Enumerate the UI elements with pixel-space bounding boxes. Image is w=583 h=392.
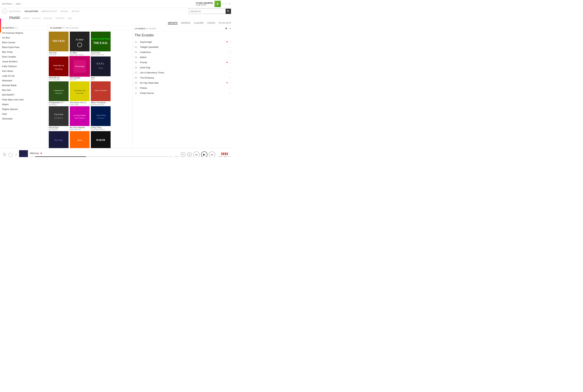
song-row[interactable]: 08 The Embassy ▭ <box>135 75 231 80</box>
tab-songs[interactable]: SONGS <box>207 22 215 24</box>
volume-icon[interactable]: ▮▮▮▮ <box>221 152 228 156</box>
album-item[interactable]: THE FRAY The Fray The Fray <box>49 32 69 56</box>
restore-button[interactable]: □ <box>225 3 228 5</box>
album-item[interactable]: Fist of God MSTRKRFT Fist of God MSTRKRF… <box>49 106 69 130</box>
tab-artists[interactable]: ARTISTS <box>168 22 178 24</box>
media-music[interactable]: music <box>9 15 20 20</box>
artist-item[interactable]: Kelly Clarkson <box>0 64 48 69</box>
song-row[interactable]: 05 Priority ♥ ▭ <box>135 60 231 65</box>
album-item[interactable]: RAKIM Rakim Rakim <box>91 131 111 148</box>
artist-item[interactable]: Beto Cuevas <box>0 40 48 45</box>
artist-item[interactable]: Keri Hilson <box>0 69 48 74</box>
album-item[interactable]: Bloc Party Bloc Party Bloc Party <box>49 131 69 148</box>
song-phone-icon[interactable]: ▭ <box>229 56 231 58</box>
prev-button[interactable]: ⏮ <box>193 152 200 157</box>
nav-device[interactable]: DEVICE <box>72 10 80 12</box>
song-phone-icon[interactable]: ▭ <box>229 61 231 64</box>
search-input[interactable] <box>189 9 226 14</box>
song-heart-icon[interactable]: ♥ <box>226 40 228 43</box>
artist-item[interactable]: Silverstein <box>0 116 48 121</box>
tab-playlists[interactable]: PLAYLISTS <box>219 22 231 24</box>
artist-item[interactable]: Art Brut <box>0 35 48 40</box>
note-icon[interactable]: ♪ <box>15 152 17 157</box>
search-button[interactable]: 🔍 <box>226 9 231 14</box>
song-phone-icon[interactable]: ▭ <box>229 81 231 84</box>
close-button[interactable]: ✕ <box>229 3 231 5</box>
artist-item[interactable]: Seal <box>0 112 48 116</box>
song-heart-icon[interactable]: ♥ <box>226 61 228 64</box>
song-phone-icon[interactable]: ▭ <box>229 66 231 69</box>
song-phone-icon[interactable]: ▭ <box>229 40 231 43</box>
song-row[interactable]: 06 Quiet Dog ▭ <box>135 65 231 70</box>
song-row[interactable]: 01 Supermagic ♥ ▭ <box>135 39 231 44</box>
album-item[interactable]: All I Ever Wanted Kelly Clarkson All I E… <box>70 106 90 130</box>
player-heart-icon[interactable]: ♥ <box>41 152 42 155</box>
album-item[interactable]: When The World When The World... All Ame… <box>91 81 111 106</box>
song-row[interactable]: 03 Auditorium ▭ <box>135 50 231 55</box>
heart-filter-icon[interactable]: ♥ <box>225 27 227 30</box>
albums-grid[interactable]: THE FRAY The Fray The Fray It's Blitz! <box>48 30 132 148</box>
nav-collection[interactable]: COLLECTION <box>25 10 38 12</box>
minimize-button[interactable]: — <box>222 3 225 5</box>
nav-marketplace[interactable]: MARKETPLACE <box>42 10 57 12</box>
tab-albums[interactable]: ALBUMS <box>194 22 203 24</box>
play-button[interactable]: ▶ <box>201 152 207 157</box>
song-row[interactable]: 07 Life In Marvelous Times ▭ <box>135 70 231 75</box>
album-item[interactable]: BLACK EYED PEAS THE E.N.D. The E.N.D. Bl… <box>91 32 111 56</box>
album-item[interactable]: Hook Me Up Veronicas Hook Me Up The Vero… <box>49 56 69 81</box>
tab-genres[interactable]: GENRES <box>181 22 191 24</box>
album-item[interactable]: The Ecstatic The Ecstatic Mos Def <box>70 56 90 81</box>
album-item[interactable]: The Cherry Tree Lady Gaga The Cherry Tre… <box>70 81 90 106</box>
nav-social[interactable]: SOCIAL <box>61 10 68 12</box>
album-item[interactable]: A Shipwreck In Silverstein A Shipwreck I… <box>49 81 69 106</box>
artist-item[interactable]: Peter Bjorn And John <box>0 97 48 102</box>
artist-item[interactable]: Elvis Costello <box>0 54 48 59</box>
song-row[interactable]: 09 No Hay Nada Mas ♥ ▭ <box>135 80 231 86</box>
media-videos[interactable]: videos <box>23 17 30 20</box>
songs-list[interactable]: The Ecstatic 01 Supermagic ♥ ▭ 02 Twilig… <box>133 32 233 148</box>
media-apps[interactable]: apps <box>68 17 72 20</box>
song-row[interactable]: 04 Wahid ▭ <box>135 55 231 60</box>
artist-item[interactable]: MSTRKRFT <box>0 92 48 97</box>
artist-item[interactable]: Jonas Brothers <box>0 59 48 64</box>
help-link[interactable]: HELP <box>16 3 21 5</box>
phone-filter-icon[interactable]: ▭ <box>228 27 231 30</box>
artists-list[interactable]: All American Rejects Art Brut Beto Cueva… <box>0 30 48 148</box>
repeat-button[interactable]: ↻ <box>181 152 185 157</box>
artist-item[interactable]: Mastodon <box>0 78 48 83</box>
artist-item[interactable]: Bloc Party <box>0 50 48 54</box>
settings-link[interactable]: SETTINGS <box>2 3 12 5</box>
media-pictures[interactable]: pictures <box>33 17 41 20</box>
song-row[interactable]: 02 Twilight Speedball ▭ <box>135 44 231 50</box>
artist-item[interactable]: Mos Def <box>0 88 48 92</box>
artist-item[interactable]: Rakim <box>0 102 48 107</box>
artist-item[interactable]: Black Eyed Peas <box>0 45 48 50</box>
song-heart-icon[interactable]: ♥ <box>226 81 228 84</box>
nav-quickplay[interactable]: QUICKPLAY <box>9 10 21 12</box>
artist-item[interactable]: Michael Bublé <box>0 83 48 88</box>
artist-item[interactable]: Regina Spector <box>0 107 48 112</box>
back-button[interactable]: ← <box>2 9 7 14</box>
song-row[interactable]: 11 Pretty Dancer ▭ <box>135 90 231 96</box>
song-phone-icon[interactable]: ▭ <box>229 86 231 89</box>
song-row[interactable]: 10 Pistola ▭ <box>135 86 231 90</box>
next-button[interactable]: ⏭ <box>209 152 215 157</box>
media-podcasts[interactable]: podcasts <box>44 17 53 20</box>
song-phone-icon[interactable]: ▭ <box>229 51 231 54</box>
song-phone-icon[interactable]: ▭ <box>229 92 231 94</box>
artist-item[interactable]: Lady Ga Ga <box>0 74 48 78</box>
artist-item[interactable]: All American Rejects <box>0 30 48 35</box>
song-phone-icon[interactable]: ▭ <box>229 46 231 48</box>
progress-bar[interactable] <box>35 156 172 157</box>
album-item[interactable]: Album Album Artist <box>70 131 90 148</box>
list-view-icon[interactable]: ☰ <box>3 152 6 157</box>
album-item[interactable]: SEAL Soul Soul Seal <box>91 56 111 81</box>
media-channels[interactable]: channels <box>56 17 65 20</box>
song-phone-icon[interactable]: ▭ <box>229 76 231 79</box>
song-phone-icon[interactable]: ▭ <box>229 71 231 74</box>
album-item[interactable]: It's Blitz! It's Blitz! Yeah Yeah Yeahs <box>70 32 90 56</box>
cd-icon[interactable]: ◯ <box>9 152 13 157</box>
user-avatar[interactable]: ★ <box>214 1 221 7</box>
shuffle-button[interactable]: ⇄ <box>187 152 192 157</box>
album-item[interactable]: Living Thing Peter Bjorn Living Thing Pe… <box>91 106 111 130</box>
